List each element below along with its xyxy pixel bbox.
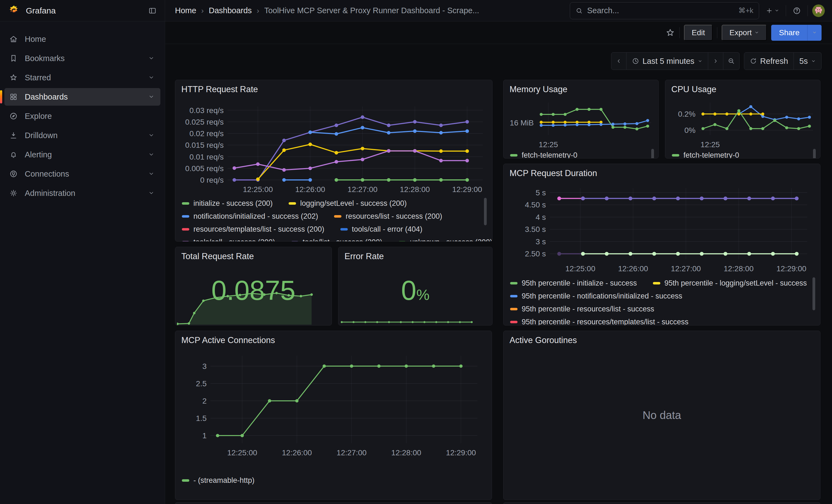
search-icon [576,7,583,14]
svg-text:3: 3 [202,362,207,371]
panel-title[interactable]: MCP Request Duration [503,164,820,178]
sidebar-item-home[interactable]: Home [4,30,160,48]
chevron-down-icon [754,30,759,35]
svg-text:12:27:00: 12:27:00 [347,185,378,194]
breadcrumb-item: ToolHive MCP Server & Proxy Runner Dashb… [264,6,479,15]
panel-title[interactable]: MCP Active Connections [175,331,492,345]
legend-item[interactable]: 95th percentile - resources/templates/li… [510,318,688,325]
legend-item[interactable]: initialize - success (200) [182,199,272,208]
legend-item[interactable]: unknown - success (200) [398,238,493,242]
panel-title[interactable]: Active Goroutines [503,331,820,345]
share-button[interactable]: Share [771,25,807,41]
legend-color-swatch [653,282,660,285]
breadcrumb-item[interactable]: Dashboards [209,6,252,15]
svg-text:12:25:00: 12:25:00 [227,448,257,457]
legend-item[interactable]: logging/setLevel - success (200) [289,199,407,208]
legend-color-swatch [510,282,518,285]
panel-title[interactable]: Total Request Rate [175,247,332,261]
legend-scrollbar[interactable] [812,277,815,310]
panel-title[interactable]: CPU Usage [665,80,820,95]
sidebar-item-label: Bookmarks [25,54,64,63]
help-button[interactable] [790,4,803,17]
sidebar-item-explore[interactable]: Explore [4,107,160,125]
legend-color-swatch [291,241,298,242]
sidebar-item-administration[interactable]: Administration [4,184,160,202]
panel-title[interactable]: Memory Usage [503,80,658,95]
plug-icon [9,170,18,178]
refresh-interval-picker[interactable]: 5s [794,52,822,70]
svg-text:0.02 req/s: 0.02 req/s [189,129,224,138]
breadcrumb-item[interactable]: Home [175,6,196,15]
legend-item[interactable]: resources/templates/list - success (200) [182,225,324,234]
panel-active-goroutines: Active Goroutines No data [503,331,821,500]
legend-label: 95th percentile - notifications/initiali… [522,292,682,300]
time-shift-back-button[interactable] [611,52,626,70]
legend-item[interactable]: fetch-telemetry-0 [510,151,577,158]
search-input[interactable]: Search... ⌘+k [570,2,759,19]
zoom-out-button[interactable] [723,52,739,70]
legend-item[interactable]: fetch-telemetry-0 [672,151,739,158]
svg-text:0.005 req/s: 0.005 req/s [185,164,224,173]
legend-scrollbar[interactable] [651,149,654,158]
legend-item[interactable]: notifications/initialized - success (202… [182,212,318,221]
plus-icon [766,7,773,14]
time-shift-forward-button[interactable] [708,52,723,70]
legend-row: fetch-telemetry-0 [672,149,808,158]
export-button[interactable]: Export [722,25,767,41]
svg-text:12:27:00: 12:27:00 [337,448,366,457]
chevron-down-icon [148,75,154,81]
sidebar-item-label: Connections [25,169,69,179]
legend-item[interactable]: 95th percentile - initialize - success [510,279,637,288]
legend-scrollbar[interactable] [813,149,816,158]
bell-icon [9,151,18,159]
refresh-button[interactable]: Refresh [744,52,794,70]
legend-item[interactable]: tools/call - success (200) [182,238,275,242]
cpu-usage-chart: 0.2%0%12:25 [669,96,817,149]
legend-item[interactable]: 95th percentile - logging/setLevel - suc… [653,279,807,288]
dashboard-toolbar: Edit Export Share [165,22,832,44]
refresh-icon [750,57,757,65]
sidebar-nav: HomeBookmarksStarredDashboardsExploreDri… [0,22,165,504]
legend-color-swatch [672,154,679,157]
time-range-picker[interactable]: Last 5 minutes [626,52,708,70]
legend-item[interactable]: tools/list - success (200) [291,238,383,242]
search-shortcut: ⌘+k [738,6,753,15]
legend-color-swatch [510,321,518,323]
memory-legend: fetch-telemetry-0 [510,149,646,158]
legend-item[interactable]: resources/list - success (200) [334,212,442,221]
legend-label: resources/templates/list - success (200) [193,225,324,234]
legend-item[interactable]: 95th percentile - notifications/initiali… [510,292,682,300]
svg-text:1: 1 [202,431,207,440]
legend-label: fetch-telemetry-0 [683,151,739,158]
legend-item[interactable]: - (streamable-http) [182,476,255,485]
sidebar-item-label: Drilldown [25,131,57,140]
svg-text:0.015 req/s: 0.015 req/s [185,141,224,150]
legend-color-swatch [182,228,189,231]
edit-button[interactable]: Edit [684,25,712,41]
svg-text:12:29:00: 12:29:00 [452,185,482,194]
sidebar-item-dashboards[interactable]: Dashboards [4,88,160,106]
legend-row: 95th percentile - initialize - success95… [510,277,808,290]
add-button[interactable] [763,5,781,17]
sidebar-item-connections[interactable]: Connections [4,165,160,183]
duration-legend: 95th percentile - initialize - success95… [510,277,808,325]
panel-title[interactable]: Error Rate [338,247,492,261]
sidebar-item-drilldown[interactable]: Drilldown [4,127,160,144]
panel-title[interactable]: HTTP Request Rate [175,80,492,95]
share-menu-button[interactable] [807,25,822,41]
sidebar-item-starred[interactable]: Starred [4,69,160,86]
legend-item[interactable]: 95th percentile - resources/list - succe… [510,305,654,313]
top-bar: Grafana Home›Dashboards›ToolHive MCP Ser… [0,0,832,22]
favorite-star-icon[interactable] [666,28,675,37]
refresh-group: Refresh 5s [744,52,822,70]
legend-item[interactable]: tools/call - error (404) [340,225,423,234]
divider [807,5,808,16]
sidebar-toggle-icon[interactable] [148,7,157,15]
legend-scrollbar[interactable] [484,198,487,225]
panel-error-rate: Error Rate 0% [338,247,493,325]
sidebar-item-bookmarks[interactable]: Bookmarks [4,50,160,67]
legend-row: - (streamable-http) [182,474,479,487]
avatar[interactable] [812,4,825,17]
sidebar-item-alerting[interactable]: Alerting [4,146,160,163]
brand-title: Grafana [26,6,56,16]
